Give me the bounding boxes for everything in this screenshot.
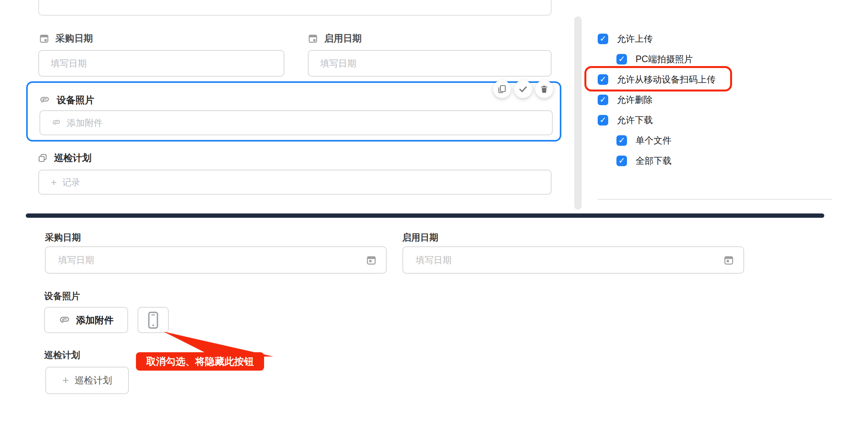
form-designer-screen: 采购日期 填写日期 启用日期 填写日期 设备照片 添加附件 bbox=[0, 0, 868, 432]
field-label-text: 采购日期 bbox=[55, 32, 93, 45]
permission-row-pc-camera[interactable]: ✓ PC端拍摄照片 bbox=[616, 53, 693, 65]
placeholder-text: 填写日期 bbox=[320, 57, 356, 70]
inspection-plan-label: 巡检计划 bbox=[38, 152, 91, 164]
paperclip-icon bbox=[52, 118, 61, 127]
placeholder-text: 填写日期 bbox=[51, 57, 87, 70]
designer-subform-input[interactable]: + 记录 bbox=[38, 170, 552, 195]
designer-enable-date-label: 启用日期 bbox=[308, 32, 362, 45]
add-attachment-button[interactable]: 添加附件 bbox=[44, 307, 128, 333]
designer-purchase-date-label: 采购日期 bbox=[39, 32, 93, 45]
phone-icon bbox=[147, 311, 159, 329]
cutoff-field-above bbox=[38, 0, 552, 16]
confirm-field-button[interactable] bbox=[514, 80, 532, 98]
add-inspection-plan-button[interactable]: + 巡检计划 bbox=[45, 367, 129, 394]
designer-enable-date-input[interactable]: 填写日期 bbox=[308, 50, 552, 77]
trash-icon bbox=[539, 84, 549, 94]
paperclip-icon bbox=[39, 95, 50, 106]
checkbox-checked[interactable]: ✓ bbox=[616, 156, 627, 166]
permission-row-allow-download[interactable]: ✓ 允许下载 bbox=[598, 114, 653, 126]
annotation-text: 取消勾选、将隐藏此按钮 bbox=[146, 355, 254, 368]
scrollbar-thumb[interactable] bbox=[574, 16, 582, 210]
purchase-date-input[interactable] bbox=[45, 246, 387, 274]
calendar-icon bbox=[39, 33, 49, 43]
placeholder-text: 添加附件 bbox=[67, 117, 103, 129]
preview-purchase-date-label: 采购日期 bbox=[45, 231, 81, 244]
enable-date-input[interactable] bbox=[402, 246, 744, 274]
annotation-highlight-ring bbox=[584, 66, 732, 91]
plus-icon: + bbox=[51, 176, 57, 188]
preview-enable-date-label: 启用日期 bbox=[402, 231, 438, 244]
preview-enable-date-field bbox=[402, 246, 744, 274]
permission-row-allow-upload[interactable]: ✓ 允许上传 bbox=[598, 33, 653, 45]
section-separator bbox=[26, 213, 824, 218]
placeholder-text: 记录 bbox=[62, 176, 80, 188]
annotation-callout: 取消勾选、将隐藏此按钮 bbox=[136, 352, 264, 371]
designer-purchase-date-input[interactable]: 填写日期 bbox=[38, 50, 284, 77]
selected-field-device-photo[interactable]: 设备照片 添加附件 bbox=[26, 81, 561, 142]
subform-icon bbox=[38, 153, 48, 163]
calendar-icon[interactable] bbox=[723, 255, 734, 265]
field-label-text: 巡检计划 bbox=[54, 152, 91, 164]
permission-row-allow-delete[interactable]: ✓ 允许删除 bbox=[598, 94, 653, 106]
checkbox-checked[interactable]: ✓ bbox=[598, 95, 608, 105]
checkbox-checked[interactable]: ✓ bbox=[598, 34, 608, 44]
preview-purchase-date-field bbox=[45, 246, 387, 274]
copy-icon bbox=[497, 84, 507, 94]
device-photo-label: 设备照片 bbox=[39, 94, 94, 106]
checkbox-checked[interactable]: ✓ bbox=[616, 135, 627, 146]
plus-icon: + bbox=[62, 375, 69, 386]
check-icon bbox=[518, 84, 528, 94]
calendar-icon[interactable] bbox=[366, 255, 377, 265]
checkbox-checked[interactable]: ✓ bbox=[616, 54, 627, 65]
delete-field-button[interactable] bbox=[535, 80, 553, 98]
paperclip-icon bbox=[59, 314, 71, 326]
calendar-icon bbox=[308, 33, 318, 43]
preview-inspection-plan-label: 巡检计划 bbox=[44, 349, 80, 361]
copy-field-button[interactable] bbox=[493, 80, 511, 98]
field-label-text: 启用日期 bbox=[324, 32, 362, 45]
checkbox-checked[interactable]: ✓ bbox=[598, 115, 608, 125]
designer-attachment-input[interactable]: 添加附件 bbox=[39, 110, 553, 135]
permission-row-single-file[interactable]: ✓ 单个文件 bbox=[616, 134, 672, 146]
field-label-text: 设备照片 bbox=[57, 94, 94, 106]
preview-device-photo-label: 设备照片 bbox=[44, 290, 80, 302]
panel-divider bbox=[598, 199, 832, 200]
permission-row-download-all[interactable]: ✓ 全部下载 bbox=[616, 155, 672, 167]
